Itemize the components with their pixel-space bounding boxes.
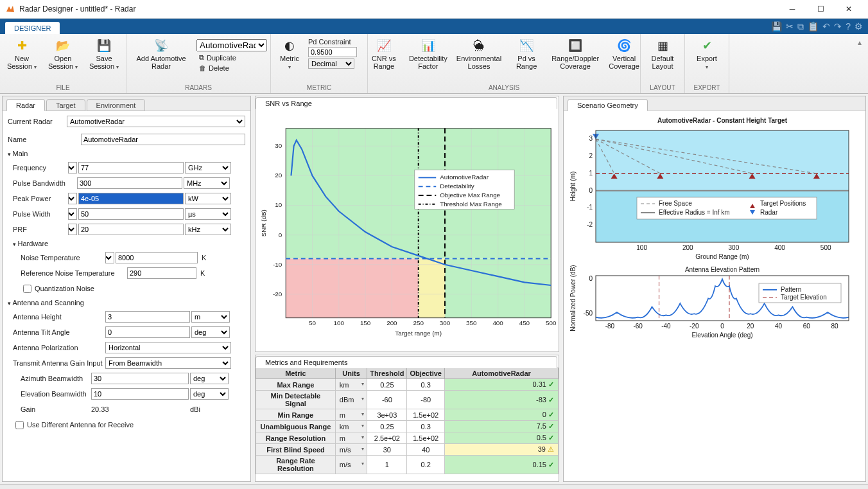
open-session-button[interactable]: 📂OpenSession ▾	[44, 37, 82, 73]
name-input[interactable]	[81, 134, 245, 145]
section-main[interactable]: Main	[8, 147, 245, 160]
el-beamwidth-input[interactable]	[91, 388, 189, 400]
duplicate-button[interactable]: ⧉Duplicate	[196, 53, 267, 62]
svg-text:20: 20	[747, 323, 754, 330]
frequency-input[interactable]	[78, 162, 184, 173]
noise-temp-input[interactable]	[116, 252, 198, 263]
freq-unit[interactable]: GHz	[185, 162, 231, 173]
save-icon[interactable]: 💾	[771, 21, 782, 31]
svg-text:0: 0	[589, 275, 593, 282]
cut-icon[interactable]: ✂	[786, 21, 794, 31]
pw-unit[interactable]: µs	[185, 208, 231, 220]
collapse-ribbon-icon[interactable]: ▴	[858, 38, 862, 47]
svg-text:Target Elevation: Target Elevation	[781, 294, 827, 301]
tilt-angle-input[interactable]	[105, 326, 190, 338]
ant-height-input[interactable]	[105, 311, 190, 323]
scenario-panel: Scenario Geometry AutomotiveRadar - Cons…	[563, 96, 866, 482]
metrics-table: MetricUnitsThresholdObjectiveAutomotiveR…	[256, 368, 559, 474]
save-session-button[interactable]: 💾SaveSession ▾	[85, 37, 123, 73]
quant-noise-check[interactable]	[23, 285, 31, 293]
svg-text:80: 80	[831, 323, 839, 330]
svg-text:200: 200	[386, 319, 397, 326]
maximize-button[interactable]: ☐	[806, 0, 835, 18]
window-title: Radar Designer - untitled* - Radar	[19, 4, 778, 13]
freq-menu[interactable]	[68, 162, 77, 173]
gain-input-select[interactable]: From Beamwidth	[105, 357, 231, 369]
save-icon: 💾	[96, 38, 112, 53]
tab-designer[interactable]: DESIGNER	[5, 22, 60, 34]
redo-icon[interactable]: ↷	[834, 21, 842, 31]
svg-text:Normalized Power (dB): Normalized Power (dB)	[569, 265, 577, 331]
export-button[interactable]: ✔Export▾	[688, 37, 725, 73]
add-radar-button[interactable]: 📡Add AutomotiveRadar	[130, 37, 193, 71]
default-layout-button[interactable]: ▦DefaultLayout	[644, 37, 681, 71]
svg-text:-60: -60	[633, 323, 643, 330]
format-select[interactable]: Decimal	[308, 58, 354, 69]
svg-text:300: 300	[440, 319, 451, 326]
copy-icon[interactable]: ⧉	[797, 21, 804, 32]
radar-select[interactable]: AutomotiveRadar	[196, 39, 267, 51]
tab-snr-range[interactable]: SNR vs Range	[256, 97, 557, 109]
polarization-select[interactable]: Horizontal	[105, 342, 231, 353]
nt-menu[interactable]	[105, 252, 114, 263]
tab-metrics[interactable]: Metrics and Requirements	[256, 356, 557, 368]
svg-text:Height (m): Height (m)	[569, 172, 577, 202]
cnr-button[interactable]: 📈CNR vsRange	[365, 37, 403, 71]
peak-power-input[interactable]	[78, 193, 184, 204]
pd-constraint-input[interactable]	[308, 47, 357, 57]
env-losses-button[interactable]: 🌦EnvironmentalLosses	[454, 37, 504, 71]
svg-text:-1: -1	[587, 204, 593, 211]
help-icon[interactable]: ?	[846, 21, 851, 31]
az-beamwidth-input[interactable]	[91, 373, 189, 384]
prf-menu[interactable]	[68, 224, 77, 235]
group-label: FILE	[4, 84, 122, 93]
prf-input[interactable]	[78, 224, 184, 235]
ebw-unit[interactable]: deg	[190, 388, 229, 400]
metric-button[interactable]: ◐Metric▾	[275, 37, 304, 73]
svg-text:500: 500	[820, 244, 831, 251]
vertical-coverage-button[interactable]: 🌀VerticalCoverage	[605, 37, 643, 71]
undo-icon[interactable]: ↶	[822, 21, 830, 31]
prf-unit[interactable]: kHz	[185, 224, 231, 235]
layout-icon: ▦	[655, 38, 670, 53]
new-session-button[interactable]: ✚NewSession ▾	[3, 37, 40, 73]
svg-text:100: 100	[636, 244, 647, 251]
svg-text:10: 10	[275, 201, 282, 208]
range-doppler-button[interactable]: 🔲Range/DopplerCoverage	[549, 37, 602, 71]
minimize-button[interactable]: ─	[778, 0, 806, 18]
ata-unit[interactable]: deg	[191, 326, 230, 338]
current-radar-select[interactable]: AutomotiveRadar	[67, 116, 245, 127]
svg-text:0: 0	[279, 231, 282, 238]
delete-button[interactable]: 🗑Delete	[196, 64, 267, 73]
svg-text:Target range (m): Target range (m)	[395, 330, 442, 337]
gear-icon[interactable]: ⚙	[855, 21, 863, 31]
pbw-unit[interactable]: MHz	[184, 177, 230, 189]
pw-menu[interactable]	[68, 208, 77, 220]
gain-value: 20.33	[91, 405, 189, 413]
svg-rect-2	[419, 258, 445, 317]
tab-scenario[interactable]: Scenario Geometry	[568, 99, 648, 111]
pbw-input[interactable]	[77, 177, 182, 189]
paste-icon[interactable]: 📋	[808, 21, 819, 31]
tab-environment[interactable]: Environment	[87, 99, 146, 111]
pulse-width-input[interactable]	[78, 208, 184, 220]
pp-menu[interactable]	[68, 193, 77, 204]
svg-text:200: 200	[682, 244, 693, 251]
tab-target[interactable]: Target	[46, 99, 85, 111]
close-button[interactable]: ✕	[835, 0, 863, 18]
snr-chart-panel: SNR vs Range 501001502002503003504004505…	[255, 96, 559, 352]
pp-unit[interactable]: kW	[185, 193, 231, 204]
diff-antenna-check[interactable]	[15, 421, 24, 429]
section-hardware[interactable]: Hardware	[8, 237, 245, 250]
chart-icon: 🔲	[568, 38, 583, 53]
pd-range-button[interactable]: 📉Pd vsRange	[508, 37, 545, 71]
chart-icon: 📈	[376, 38, 392, 53]
tab-radar[interactable]: Radar	[6, 99, 45, 111]
ah-unit[interactable]: m	[191, 311, 230, 323]
section-antenna[interactable]: Antenna and Scanning	[8, 296, 245, 309]
svg-text:Detectability: Detectability	[440, 182, 474, 190]
svg-text:500: 500	[546, 319, 557, 326]
detectability-button[interactable]: 📊DetectabilityFactor	[406, 37, 450, 71]
ref-noise-temp-input[interactable]	[127, 267, 196, 279]
abw-unit[interactable]: deg	[190, 373, 229, 384]
